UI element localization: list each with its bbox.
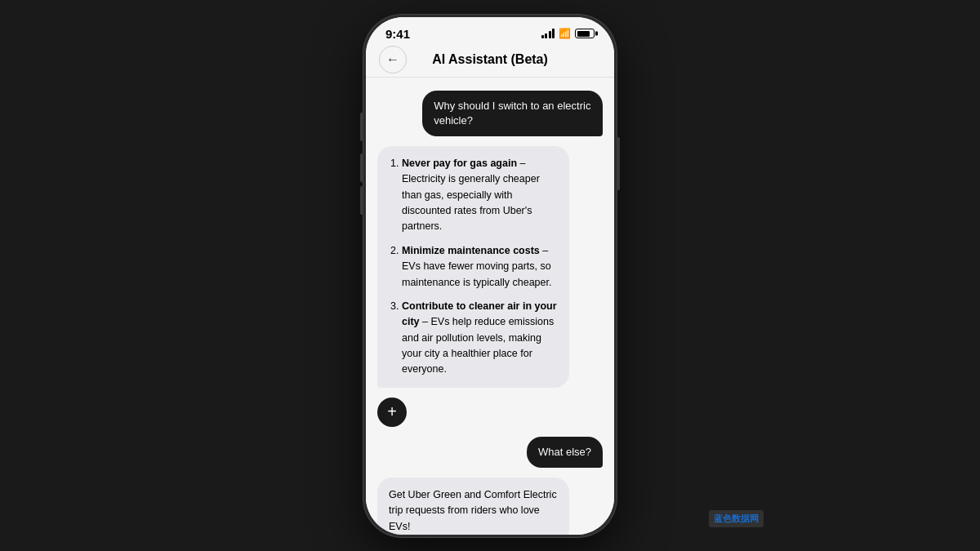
list-item-3: Contribute to cleaner air in your city –…	[402, 299, 558, 378]
user-message-2: What else?	[527, 437, 603, 468]
wifi-icon: 📶	[559, 28, 571, 39]
battery-icon	[575, 29, 595, 38]
header-title: AI Assistant (Beta)	[432, 52, 548, 67]
plus-icon-1: +	[387, 402, 397, 421]
back-arrow-icon: ←	[386, 53, 399, 66]
status-icons: 📶	[541, 28, 595, 39]
ai-message-2: Get Uber Green and Comfort Electric trip…	[377, 478, 569, 535]
ai-message-1: Never pay for gas again – Electricity is…	[377, 146, 569, 388]
app-header: ← AI Assistant (Beta)	[366, 46, 614, 78]
status-time: 9:41	[385, 27, 410, 41]
chat-area: Why should I switch to an electric vehic…	[366, 78, 614, 535]
list-item-2: Minimize maintenance costs – EVs have fe…	[402, 243, 558, 291]
watermark: 蓝色数据网	[709, 510, 764, 527]
ai-list: Never pay for gas again – Electricity is…	[389, 156, 558, 378]
list-item-1: Never pay for gas again – Electricity is…	[402, 156, 558, 235]
status-bar: 9:41 📶	[366, 17, 614, 46]
back-button[interactable]: ←	[379, 46, 407, 73]
signal-icon	[541, 29, 555, 38]
user-message-1: Why should I switch to an electric vehic…	[422, 91, 603, 136]
list-item-2-bold: Minimize maintenance costs	[402, 245, 540, 256]
list-item-1-bold: Never pay for gas again	[402, 158, 517, 169]
list-item-3-text: – EVs help reduce emissions and air poll…	[402, 316, 554, 375]
action-button-1[interactable]: +	[377, 398, 407, 427]
